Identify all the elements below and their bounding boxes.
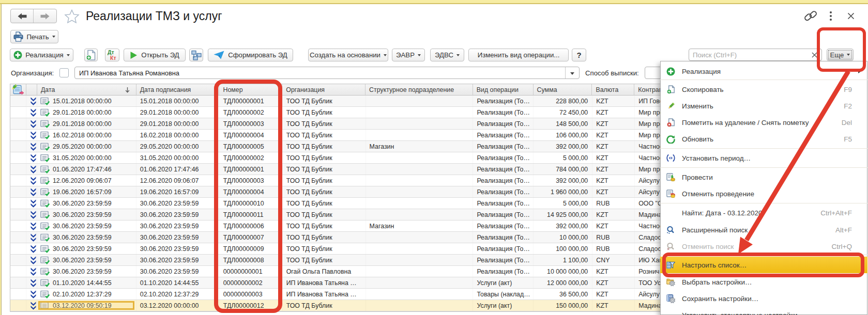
svg-text:Кт: Кт [110, 55, 116, 61]
